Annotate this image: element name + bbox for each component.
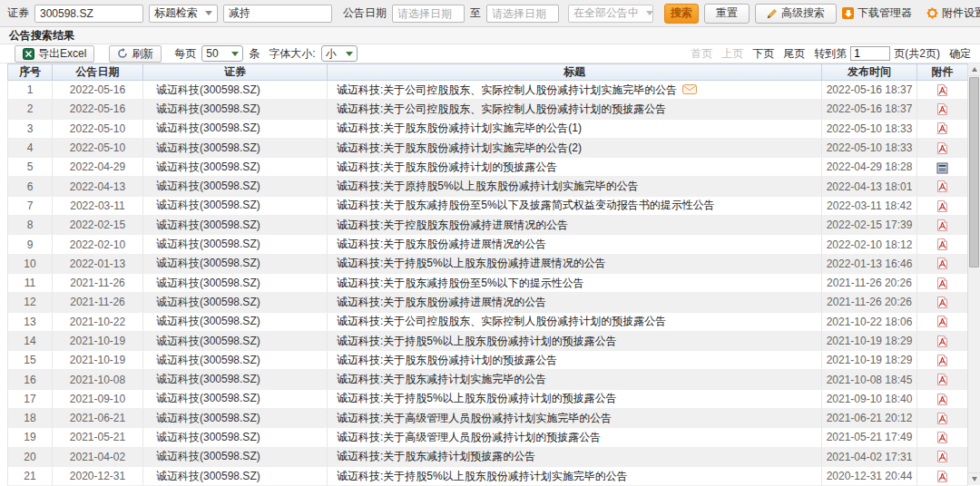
announcement-title[interactable]: 诚迈科技:关于股东减持计划实施完毕的公告 xyxy=(337,373,546,385)
doc-attachment-icon[interactable] xyxy=(936,162,948,174)
pdf-icon[interactable] xyxy=(936,122,948,135)
pdf-icon[interactable] xyxy=(936,238,948,251)
pdf-icon[interactable] xyxy=(936,315,948,328)
cell-attachment[interactable] xyxy=(917,331,968,350)
cell-attachment[interactable] xyxy=(917,235,968,254)
refresh-button[interactable]: 刷新 xyxy=(109,45,162,63)
announcement-title[interactable]: 诚迈科技:关于原持股5%以上股东股份减持计划实施完毕的公告 xyxy=(337,180,639,192)
pdf-icon[interactable] xyxy=(936,199,948,213)
pdf-icon[interactable] xyxy=(936,257,948,270)
title-search-select[interactable]: 标题检索 xyxy=(149,5,218,23)
cell-title[interactable]: 诚迈科技:关于持股5%以上股东股份减持计划实施完毕的公告 xyxy=(328,466,822,485)
announcement-title[interactable]: 诚迈科技:关于股东股份减持计划实施完毕的公告(1) xyxy=(337,122,582,134)
pagination-next[interactable]: 下页 xyxy=(752,46,774,62)
cell-title[interactable]: 诚迈科技:关于公司控股股东、实际控制人股份减持计划的预披露公告 xyxy=(328,312,822,331)
cell-title[interactable]: 诚迈科技:关于高级管理人员股份减持计划的预披露公告 xyxy=(328,428,822,447)
cell-attachment[interactable] xyxy=(917,428,968,447)
scroll-down-button[interactable] xyxy=(968,472,980,485)
announcement-title[interactable]: 诚迈科技:关于持股5%以上股东股份减持计划的预披露公告 xyxy=(337,392,617,404)
cell-title[interactable]: 诚迈科技:关于持股5%以上股东股份减持计划的预披露公告 xyxy=(328,331,822,350)
announcement-title[interactable]: 诚迈科技:关于持股5%以上股东股份减持计划的预披露公告 xyxy=(337,335,617,347)
pdf-icon[interactable] xyxy=(936,470,948,483)
cell-title[interactable]: 诚迈科技:关于控股股东股份减持进展情况的公告 xyxy=(328,216,822,235)
announcement-title[interactable]: 诚迈科技:关于股东股份减持计划的预披露公告 xyxy=(337,354,557,366)
cell-attachment[interactable] xyxy=(917,312,968,331)
cell-attachment[interactable] xyxy=(917,196,968,215)
cell-title[interactable]: 诚迈科技:关于公司控股股东、实际控制人股份减持计划的预披露公告 xyxy=(328,100,822,119)
pdf-icon[interactable] xyxy=(936,83,948,97)
keyword-input[interactable] xyxy=(223,5,332,23)
pdf-icon[interactable] xyxy=(936,277,948,290)
cell-attachment[interactable] xyxy=(917,100,968,119)
reset-button[interactable]: 重置 xyxy=(704,4,750,24)
announcement-title[interactable]: 诚迈科技:关于股东股份减持进展情况的公告 xyxy=(337,238,546,250)
search-button[interactable]: 搜索 xyxy=(664,4,699,24)
pagination-prev[interactable]: 上页 xyxy=(721,46,743,62)
announcement-title[interactable]: 诚迈科技:关于公司控股股东、实际控制人股份减持计划实施完毕的公告 xyxy=(337,83,677,96)
cell-title[interactable]: 诚迈科技:关于高级管理人员股份减持计划实施完毕的公告 xyxy=(328,409,822,428)
announcement-title[interactable]: 诚迈科技:关于公司控股股东、实际控制人股份减持计划的预披露公告 xyxy=(337,315,666,327)
download-manager-button[interactable]: 下载管理器 xyxy=(842,5,912,21)
pdf-icon[interactable] xyxy=(936,102,948,116)
cell-title[interactable]: 诚迈科技:关于股东减持计划实施完毕的公告 xyxy=(328,370,822,389)
cell-attachment[interactable] xyxy=(917,466,968,485)
cell-title[interactable]: 诚迈科技:关于股东股份减持计划的预披露公告 xyxy=(328,158,822,177)
cell-attachment[interactable] xyxy=(917,409,968,428)
announcement-title[interactable]: 诚迈科技:关于公司控股股东、实际控制人股份减持计划的预披露公告 xyxy=(337,102,666,115)
cell-attachment[interactable] xyxy=(917,158,968,177)
cell-attachment[interactable] xyxy=(917,254,968,273)
cell-attachment[interactable] xyxy=(917,216,968,235)
announcement-title[interactable]: 诚迈科技:关于持股5%以上股东股份减持进展情况的公告 xyxy=(337,257,606,269)
cell-attachment[interactable] xyxy=(917,293,968,312)
per-page-select[interactable]: 50 xyxy=(201,45,243,62)
scope-select[interactable]: 在全部公告中 xyxy=(568,5,653,23)
cell-attachment[interactable] xyxy=(917,370,968,389)
pdf-icon[interactable] xyxy=(936,450,948,463)
cell-title[interactable]: 诚迈科技:关于股东股份减持进展情况的公告 xyxy=(328,235,822,254)
announcement-title[interactable]: 诚迈科技:关于股东股份减持进展情况的公告 xyxy=(337,296,546,308)
cell-attachment[interactable] xyxy=(917,447,968,466)
cell-title[interactable]: 诚迈科技:关于持股5%以上股东股份减持进展情况的公告 xyxy=(328,254,822,273)
export-excel-button[interactable]: 导出Excel xyxy=(15,45,94,63)
announcement-title[interactable]: 诚迈科技:关于高级管理人员股份减持计划的预披露公告 xyxy=(337,431,601,443)
cell-title[interactable]: 诚迈科技:关于股东股份减持进展情况的公告 xyxy=(328,293,822,312)
date-from-input[interactable] xyxy=(392,5,465,23)
font-size-select[interactable]: 小 xyxy=(321,45,358,62)
pagination-first[interactable]: 首页 xyxy=(691,46,712,62)
pdf-icon[interactable] xyxy=(936,412,948,425)
announcement-title[interactable]: 诚迈科技:关于股东减持股份至5%以下的提示性公告 xyxy=(337,277,584,289)
scroll-up-button[interactable] xyxy=(968,63,980,76)
announcement-title[interactable]: 诚迈科技:关于股东股份减持计划实施完毕的公告(2) xyxy=(337,141,582,154)
pdf-icon[interactable] xyxy=(936,141,948,155)
announcement-title[interactable]: 诚迈科技:关于股东减持计划预披露的公告 xyxy=(337,450,535,462)
cell-title[interactable]: 诚迈科技:关于持股5%以上股东股份减持计划的预披露公告 xyxy=(328,389,822,408)
cell-title[interactable]: 诚迈科技:关于股东减持股份至5%以下及披露简式权益变动报告书的提示性公告 xyxy=(328,196,822,215)
pdf-icon[interactable] xyxy=(936,431,948,444)
announcement-title[interactable]: 诚迈科技:关于控股股东股份减持进展情况的公告 xyxy=(337,219,568,231)
cell-title[interactable]: 诚迈科技:关于原持股5%以上股东股份减持计划实施完毕的公告 xyxy=(328,177,822,196)
pdf-icon[interactable] xyxy=(936,373,948,386)
cell-title[interactable]: 诚迈科技:关于股东股份减持计划实施完毕的公告(2) xyxy=(328,138,822,157)
pdf-icon[interactable] xyxy=(936,219,948,232)
cell-title[interactable]: 诚迈科技:关于股东减持计划预披露的公告 xyxy=(328,447,822,466)
announcement-title[interactable]: 诚迈科技:关于持股5%以上股东股份减持计划实施完毕的公告 xyxy=(337,470,628,482)
pagination-last[interactable]: 尾页 xyxy=(783,46,805,62)
security-input[interactable] xyxy=(34,5,143,23)
pdf-icon[interactable] xyxy=(936,335,948,348)
attachment-settings-button[interactable]: 附件设置 xyxy=(926,5,980,21)
cell-attachment[interactable] xyxy=(917,389,968,408)
announcement-title[interactable]: 诚迈科技:关于高级管理人员股份减持计划实施完毕的公告 xyxy=(337,412,612,424)
scrollbar-thumb[interactable] xyxy=(969,77,979,267)
vertical-scrollbar[interactable] xyxy=(967,63,980,485)
cell-attachment[interactable] xyxy=(917,177,968,196)
cell-title[interactable]: 诚迈科技:关于公司控股股东、实际控制人股份减持计划实施完毕的公告 xyxy=(328,81,822,100)
pdf-icon[interactable] xyxy=(936,354,948,367)
pdf-icon[interactable] xyxy=(936,296,948,309)
cell-attachment[interactable] xyxy=(917,273,968,292)
cell-title[interactable]: 诚迈科技:关于股东股份减持计划实施完毕的公告(1) xyxy=(328,119,822,138)
date-to-input[interactable] xyxy=(486,5,559,23)
cell-attachment[interactable] xyxy=(917,351,968,370)
announcement-title[interactable]: 诚迈科技:关于股东减持股份至5%以下及披露简式权益变动报告书的提示性公告 xyxy=(337,199,715,211)
advanced-search-button[interactable]: 高级搜索 xyxy=(755,4,837,24)
cell-attachment[interactable] xyxy=(917,81,968,100)
